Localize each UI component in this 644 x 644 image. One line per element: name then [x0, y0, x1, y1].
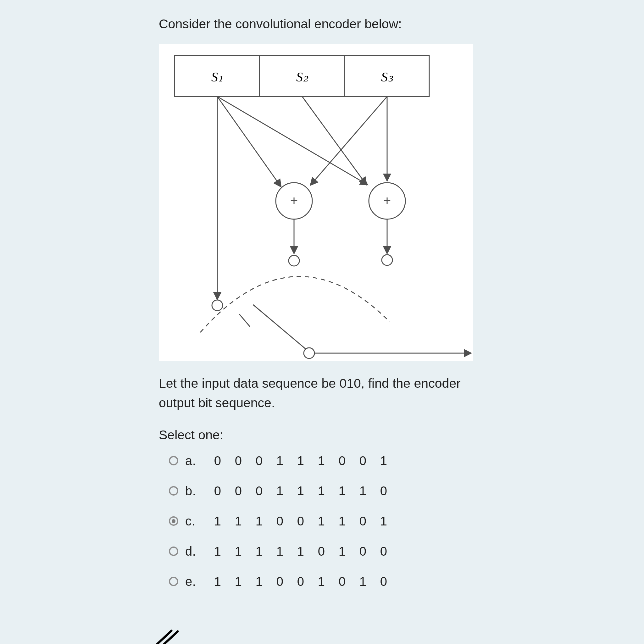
option-label: d.: [185, 544, 200, 558]
xor-adders: + +: [276, 183, 405, 219]
radio-icon: [169, 486, 178, 496]
svg-point-18: [304, 348, 314, 358]
svg-line-17: [239, 314, 250, 327]
adder-plus-1: +: [290, 193, 298, 208]
option-b[interactable]: b. 000 111 110: [159, 476, 490, 506]
options-list: a. 000 111 001 b. 000 111 110 c. 111 001…: [159, 446, 490, 597]
svg-line-6: [302, 97, 366, 185]
option-bits: 111 001 010: [207, 575, 394, 589]
register-s3: S₃: [381, 70, 393, 84]
option-label: b.: [185, 484, 200, 498]
radio-icon: [169, 547, 178, 556]
option-label: c.: [185, 514, 200, 528]
shift-registers: S₁ S₂ S₃: [175, 56, 429, 97]
svg-line-3: [217, 97, 281, 186]
option-bits: 111 110 100: [207, 544, 394, 558]
radio-icon: [169, 516, 178, 526]
register-s2: S₂: [296, 70, 308, 84]
question-followup: Let the input data sequence be 010, find…: [159, 374, 490, 413]
register-s1: S₁: [211, 70, 223, 84]
svg-line-5: [217, 97, 367, 185]
option-bits: 111 001 101: [207, 514, 394, 528]
svg-line-20: [157, 631, 171, 644]
option-c[interactable]: c. 111 001 101: [159, 506, 490, 536]
option-bits: 000 111 001: [207, 454, 394, 468]
adder-plus-2: +: [383, 193, 391, 208]
svg-line-16: [253, 305, 309, 352]
encoder-diagram: S₁ S₂ S₃ +: [159, 44, 473, 361]
svg-point-14: [289, 255, 299, 266]
radio-icon: [169, 577, 178, 586]
option-e[interactable]: e. 111 001 010: [159, 566, 490, 597]
svg-line-21: [164, 631, 178, 644]
svg-point-13: [212, 300, 223, 311]
svg-line-7: [311, 97, 387, 185]
option-bits: 000 111 110: [207, 484, 394, 498]
option-a[interactable]: a. 000 111 001: [159, 446, 490, 476]
question-intro: Consider the convolutional encoder below…: [159, 16, 490, 32]
svg-point-15: [382, 255, 392, 265]
option-label: e.: [185, 575, 200, 589]
select-one-label: Select one:: [159, 428, 490, 442]
stray-mark: [154, 628, 182, 644]
radio-icon: [169, 456, 178, 465]
option-d[interactable]: d. 111 110 100: [159, 536, 490, 566]
option-label: a.: [185, 454, 200, 468]
